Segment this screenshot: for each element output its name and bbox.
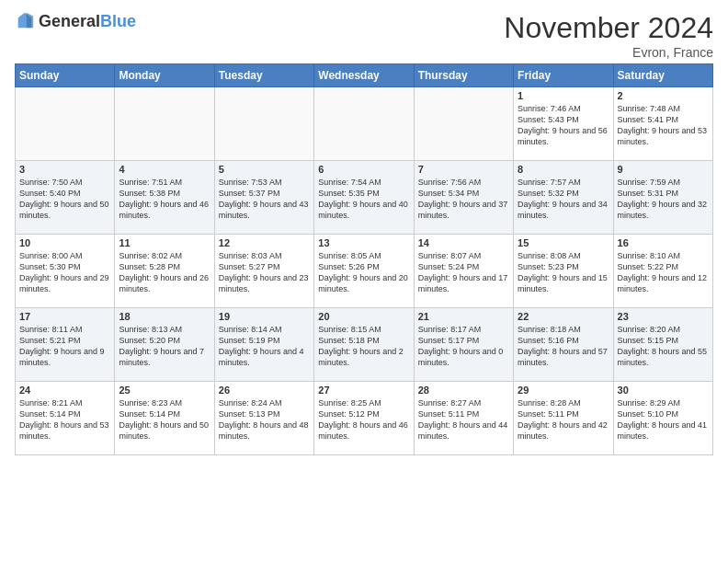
calendar-cell: 20Sunrise: 8:15 AM Sunset: 5:18 PM Dayli… bbox=[314, 308, 414, 382]
day-detail: Sunrise: 8:10 AM Sunset: 5:22 PM Dayligh… bbox=[618, 250, 709, 295]
calendar-cell: 22Sunrise: 8:18 AM Sunset: 5:16 PM Dayli… bbox=[514, 308, 613, 382]
calendar-cell: 24Sunrise: 8:21 AM Sunset: 5:14 PM Dayli… bbox=[16, 382, 115, 455]
calendar-cell bbox=[16, 87, 115, 161]
logo: GeneralBlue bbox=[15, 11, 136, 31]
calendar-cell: 1Sunrise: 7:46 AM Sunset: 5:43 PM Daylig… bbox=[514, 87, 613, 161]
calendar-week-2: 3Sunrise: 7:50 AM Sunset: 5:40 PM Daylig… bbox=[16, 161, 713, 235]
calendar-week-3: 10Sunrise: 8:00 AM Sunset: 5:30 PM Dayli… bbox=[16, 235, 713, 308]
col-thursday: Thursday bbox=[414, 64, 513, 87]
day-detail: Sunrise: 7:46 AM Sunset: 5:43 PM Dayligh… bbox=[518, 103, 609, 148]
day-number: 6 bbox=[318, 164, 409, 175]
calendar-cell: 4Sunrise: 7:51 AM Sunset: 5:38 PM Daylig… bbox=[115, 161, 214, 235]
day-detail: Sunrise: 8:28 AM Sunset: 5:11 PM Dayligh… bbox=[518, 397, 609, 442]
day-number: 24 bbox=[19, 385, 110, 396]
calendar-cell: 29Sunrise: 8:28 AM Sunset: 5:11 PM Dayli… bbox=[514, 382, 613, 455]
calendar-cell: 9Sunrise: 7:59 AM Sunset: 5:31 PM Daylig… bbox=[613, 161, 712, 235]
calendar-cell: 16Sunrise: 8:10 AM Sunset: 5:22 PM Dayli… bbox=[613, 235, 712, 308]
day-detail: Sunrise: 8:29 AM Sunset: 5:10 PM Dayligh… bbox=[618, 397, 709, 442]
calendar-cell: 13Sunrise: 8:05 AM Sunset: 5:26 PM Dayli… bbox=[314, 235, 414, 308]
day-number: 30 bbox=[618, 385, 709, 396]
day-number: 21 bbox=[418, 311, 509, 322]
calendar-week-1: 1Sunrise: 7:46 AM Sunset: 5:43 PM Daylig… bbox=[16, 87, 713, 161]
day-detail: Sunrise: 8:17 AM Sunset: 5:17 PM Dayligh… bbox=[418, 324, 509, 369]
calendar-cell: 18Sunrise: 8:13 AM Sunset: 5:20 PM Dayli… bbox=[115, 308, 214, 382]
day-number: 20 bbox=[318, 311, 409, 322]
day-detail: Sunrise: 8:23 AM Sunset: 5:14 PM Dayligh… bbox=[119, 397, 210, 442]
day-detail: Sunrise: 7:50 AM Sunset: 5:40 PM Dayligh… bbox=[19, 177, 110, 222]
day-detail: Sunrise: 8:14 AM Sunset: 5:19 PM Dayligh… bbox=[219, 324, 310, 369]
calendar-cell: 6Sunrise: 7:54 AM Sunset: 5:35 PM Daylig… bbox=[314, 161, 414, 235]
day-detail: Sunrise: 7:51 AM Sunset: 5:38 PM Dayligh… bbox=[119, 177, 210, 222]
day-detail: Sunrise: 7:48 AM Sunset: 5:41 PM Dayligh… bbox=[618, 103, 709, 148]
calendar-body: 1Sunrise: 7:46 AM Sunset: 5:43 PM Daylig… bbox=[16, 87, 713, 455]
calendar-cell bbox=[214, 87, 313, 161]
calendar-cell: 11Sunrise: 8:02 AM Sunset: 5:28 PM Dayli… bbox=[115, 235, 214, 308]
day-number: 2 bbox=[618, 90, 709, 101]
col-saturday: Saturday bbox=[613, 64, 712, 87]
day-detail: Sunrise: 8:02 AM Sunset: 5:28 PM Dayligh… bbox=[119, 250, 210, 295]
day-detail: Sunrise: 7:56 AM Sunset: 5:34 PM Dayligh… bbox=[418, 177, 509, 222]
day-number: 3 bbox=[19, 164, 110, 175]
logo-icon bbox=[15, 11, 35, 31]
col-sunday: Sunday bbox=[16, 64, 115, 87]
calendar-cell: 8Sunrise: 7:57 AM Sunset: 5:32 PM Daylig… bbox=[514, 161, 613, 235]
header: GeneralBlue November 2024 Evron, France bbox=[15, 11, 713, 60]
day-detail: Sunrise: 8:11 AM Sunset: 5:21 PM Dayligh… bbox=[19, 324, 110, 369]
calendar-cell: 25Sunrise: 8:23 AM Sunset: 5:14 PM Dayli… bbox=[115, 382, 214, 455]
day-detail: Sunrise: 8:27 AM Sunset: 5:11 PM Dayligh… bbox=[418, 397, 509, 442]
calendar-cell: 21Sunrise: 8:17 AM Sunset: 5:17 PM Dayli… bbox=[414, 308, 513, 382]
day-number: 7 bbox=[418, 164, 509, 175]
calendar-week-4: 17Sunrise: 8:11 AM Sunset: 5:21 PM Dayli… bbox=[16, 308, 713, 382]
col-friday: Friday bbox=[514, 64, 613, 87]
col-tuesday: Tuesday bbox=[214, 64, 313, 87]
day-number: 25 bbox=[119, 385, 210, 396]
calendar-cell: 28Sunrise: 8:27 AM Sunset: 5:11 PM Dayli… bbox=[414, 382, 513, 455]
day-detail: Sunrise: 8:18 AM Sunset: 5:16 PM Dayligh… bbox=[518, 324, 609, 369]
calendar-cell: 14Sunrise: 8:07 AM Sunset: 5:24 PM Dayli… bbox=[414, 235, 513, 308]
day-number: 12 bbox=[219, 237, 310, 248]
day-number: 29 bbox=[518, 385, 609, 396]
day-number: 23 bbox=[618, 311, 709, 322]
day-number: 16 bbox=[618, 237, 709, 248]
day-number: 22 bbox=[518, 311, 609, 322]
calendar-container: GeneralBlue November 2024 Evron, France … bbox=[0, 0, 728, 465]
day-number: 8 bbox=[518, 164, 609, 175]
calendar-table: Sunday Monday Tuesday Wednesday Thursday… bbox=[15, 63, 713, 455]
calendar-cell: 15Sunrise: 8:08 AM Sunset: 5:23 PM Dayli… bbox=[514, 235, 613, 308]
calendar-cell: 27Sunrise: 8:25 AM Sunset: 5:12 PM Dayli… bbox=[314, 382, 414, 455]
day-detail: Sunrise: 8:05 AM Sunset: 5:26 PM Dayligh… bbox=[318, 250, 409, 295]
calendar-cell bbox=[115, 87, 214, 161]
logo-general: General bbox=[39, 12, 100, 30]
title-block: November 2024 Evron, France bbox=[504, 11, 713, 60]
day-detail: Sunrise: 7:53 AM Sunset: 5:37 PM Dayligh… bbox=[219, 177, 310, 222]
calendar-header: Sunday Monday Tuesday Wednesday Thursday… bbox=[16, 64, 713, 87]
calendar-cell bbox=[314, 87, 414, 161]
day-number: 15 bbox=[518, 237, 609, 248]
day-detail: Sunrise: 7:57 AM Sunset: 5:32 PM Dayligh… bbox=[518, 177, 609, 222]
day-detail: Sunrise: 8:15 AM Sunset: 5:18 PM Dayligh… bbox=[318, 324, 409, 369]
day-number: 17 bbox=[19, 311, 110, 322]
calendar-cell bbox=[414, 87, 513, 161]
day-detail: Sunrise: 8:20 AM Sunset: 5:15 PM Dayligh… bbox=[618, 324, 709, 369]
day-number: 10 bbox=[19, 237, 110, 248]
day-detail: Sunrise: 8:08 AM Sunset: 5:23 PM Dayligh… bbox=[518, 250, 609, 295]
day-number: 26 bbox=[219, 385, 310, 396]
day-detail: Sunrise: 8:00 AM Sunset: 5:30 PM Dayligh… bbox=[19, 250, 110, 295]
calendar-cell: 2Sunrise: 7:48 AM Sunset: 5:41 PM Daylig… bbox=[613, 87, 712, 161]
day-detail: Sunrise: 8:13 AM Sunset: 5:20 PM Dayligh… bbox=[119, 324, 210, 369]
col-wednesday: Wednesday bbox=[314, 64, 414, 87]
calendar-cell: 17Sunrise: 8:11 AM Sunset: 5:21 PM Dayli… bbox=[16, 308, 115, 382]
day-detail: Sunrise: 7:59 AM Sunset: 5:31 PM Dayligh… bbox=[618, 177, 709, 222]
day-detail: Sunrise: 8:03 AM Sunset: 5:27 PM Dayligh… bbox=[219, 250, 310, 295]
day-number: 4 bbox=[119, 164, 210, 175]
day-number: 9 bbox=[618, 164, 709, 175]
calendar-cell: 3Sunrise: 7:50 AM Sunset: 5:40 PM Daylig… bbox=[16, 161, 115, 235]
day-number: 27 bbox=[318, 385, 409, 396]
day-number: 13 bbox=[318, 237, 409, 248]
day-number: 11 bbox=[119, 237, 210, 248]
day-number: 28 bbox=[418, 385, 509, 396]
calendar-cell: 19Sunrise: 8:14 AM Sunset: 5:19 PM Dayli… bbox=[214, 308, 313, 382]
calendar-week-5: 24Sunrise: 8:21 AM Sunset: 5:14 PM Dayli… bbox=[16, 382, 713, 455]
logo-text: GeneralBlue bbox=[39, 13, 136, 30]
month-title: November 2024 bbox=[504, 11, 713, 45]
